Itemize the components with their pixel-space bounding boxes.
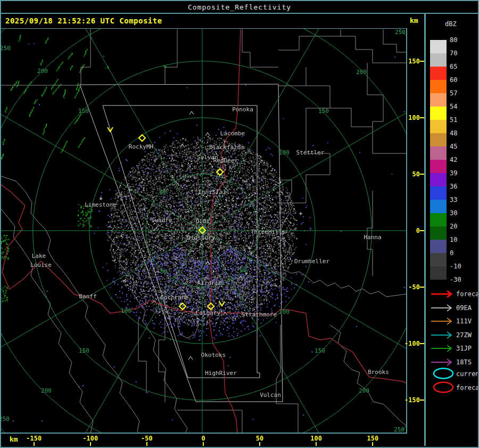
scale-legend-panel: dBZ 807065605754514845423936333020100-10… [426,14,478,446]
axis-tick [203,442,204,446]
radar-map-canvas[interactable] [1,28,407,434]
legend-label: current [456,370,479,378]
x-axis-unit-label: km [10,435,18,443]
colorbar-value: 65 [450,63,457,70]
x-axis: km -150-100-50050100150 [1,434,424,445]
colorbar-value: 48 [450,129,457,137]
colorbar-title: dBZ [445,20,457,28]
colorbar-swatch [430,53,447,67]
x-axis-label: 0 [201,435,205,442]
colorbar-swatch [430,226,447,240]
y-axis: 150100500-50-100-150 [407,28,424,434]
colorbar-swatch [430,160,447,173]
axis-tick [420,287,424,288]
timestamp-bar: 2025/09/18 21:52:26 UTC Composite km [1,14,424,28]
colorbar-value: 39 [450,169,457,177]
timestamp-label: 2025/09/18 21:52:26 UTC Composite [5,17,162,25]
legend-label: 111V [456,317,472,325]
legend-label: 27ZW [456,331,472,339]
colorbar-value: 10 [450,236,457,243]
axis-tick [420,61,424,62]
colorbar-swatch [430,93,447,107]
colorbar-swatch [430,266,447,280]
y-axis-label: 0 [416,227,420,234]
legend-label: 18TS [456,359,472,366]
y-axis-label: 150 [408,58,420,65]
x-axis-label: -100 [82,435,98,442]
map-border-top [1,28,407,29]
window-titlebar[interactable]: Composite_Reflectivity [1,1,478,14]
track-arrow-icon [430,344,456,353]
map-row: 2502001501502002501005050501001001502002… [1,28,424,434]
colorbar-swatch [430,240,447,253]
colorbar-swatch [430,120,447,133]
colorbar-value: 33 [450,196,457,203]
axis-tick [34,442,35,446]
axis-tick [372,442,373,446]
colorbar-swatch [430,40,447,53]
colorbar-value: 60 [450,76,457,84]
y-axis-label: 100 [408,114,420,121]
legend-label: 31JP [456,345,472,352]
axis-tick [146,442,147,446]
legend-item: 31JP [426,344,478,354]
legend-item: 09EA [426,303,478,314]
window-content: 2025/09/18 21:52:26 UTC Composite km 250… [1,14,478,446]
x-axis-label: -150 [26,435,42,442]
colorbar-swatch [430,107,447,120]
colorbar-swatch [430,173,447,186]
colorbar-swatch [430,186,447,200]
legend-label: forecast [456,290,479,298]
axis-tick [420,400,424,401]
axis-tick [420,343,424,344]
colorbar-value: 0 [450,249,453,257]
legend-item: forecast [426,381,478,394]
axis-tick [90,442,91,446]
colorbar-value: -30 [450,276,461,283]
x-axis-label: 150 [367,435,378,442]
colorbar-value: 30 [450,209,457,217]
y-axis-label: -150 [404,396,420,404]
colorbar-value: 57 [450,89,457,97]
colorbar-value: 70 [450,50,457,57]
colorbar-swatch [430,200,447,213]
x-axis-label: -50 [141,435,153,442]
colorbar-swatch [430,80,447,93]
axis-tick [420,117,424,118]
axis-tick [420,174,424,175]
window-title: Composite_Reflectivity [188,3,291,11]
y-axis-unit-label: km [410,17,418,25]
colorbar-swatch [430,67,447,80]
legend-item: current [426,367,478,380]
x-axis-label: 100 [310,435,322,442]
legend-item: 27ZW [426,330,478,341]
colorbar-value: 20 [450,223,457,230]
map-section: 2025/09/18 21:52:26 UTC Composite km 250… [1,14,424,446]
legend-label: forecast [456,384,479,392]
axis-tick [420,230,424,231]
radar-app-window: Composite_Reflectivity 2025/09/18 21:52:… [0,0,479,448]
y-axis-label: -100 [404,340,420,347]
legend-item: 18TS [426,357,478,368]
colorbar-value: 36 [450,183,457,190]
legend-item: forecast [426,289,478,300]
y-axis-label: 50 [412,170,420,178]
track-arrow-icon [430,303,456,313]
colorbar-swatch [430,146,447,160]
colorbar-swatch [430,133,447,146]
legend-label: 09EA [456,304,472,312]
legend-item: 111V [426,316,478,327]
colorbar-value: 80 [450,36,457,44]
map-frame[interactable]: 2502001501502002501005050501001001502002… [1,28,407,434]
track-arrow-icon [430,357,456,367]
y-axis-label: -50 [408,283,420,291]
colorbar-value: 45 [450,143,457,150]
storm-ellipse-icon [430,381,456,394]
track-arrow-icon [430,316,456,326]
colorbar-swatch [430,253,447,266]
storm-ellipse-icon [430,367,456,380]
axis-tick [259,442,260,446]
colorbar-value: 51 [450,116,457,124]
track-arrow-icon [430,330,456,340]
colorbar-value: -10 [450,263,461,270]
